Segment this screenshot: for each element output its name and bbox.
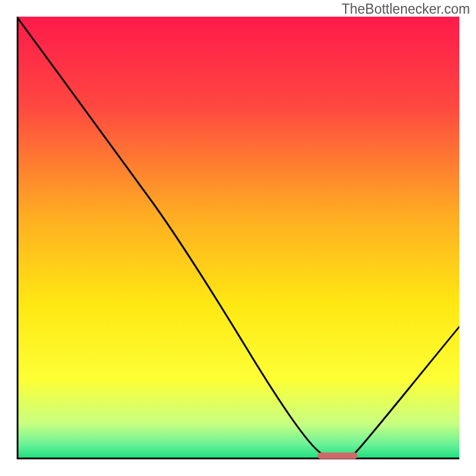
watermark-label: TheBottlenecker.com <box>342 1 470 17</box>
optimum-marker <box>318 453 358 459</box>
gradient-background <box>17 17 459 459</box>
chart-svg <box>17 17 459 459</box>
chart-container: TheBottlenecker.com <box>0 0 476 476</box>
bottleneck-chart <box>17 17 459 459</box>
